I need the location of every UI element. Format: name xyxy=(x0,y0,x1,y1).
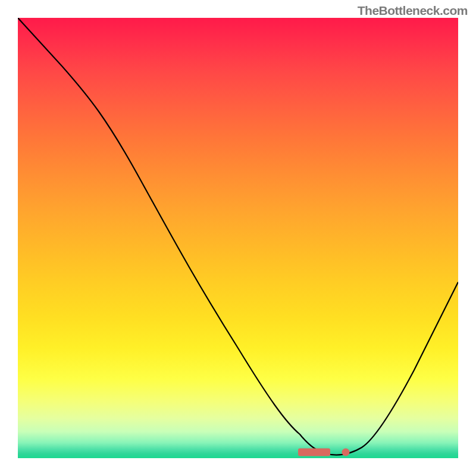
plot-area xyxy=(18,18,458,458)
watermark: TheBottleneck.com xyxy=(358,4,468,18)
minimum-marker-bar xyxy=(298,448,330,456)
markers xyxy=(18,18,458,458)
minimum-marker-dot xyxy=(342,448,350,456)
